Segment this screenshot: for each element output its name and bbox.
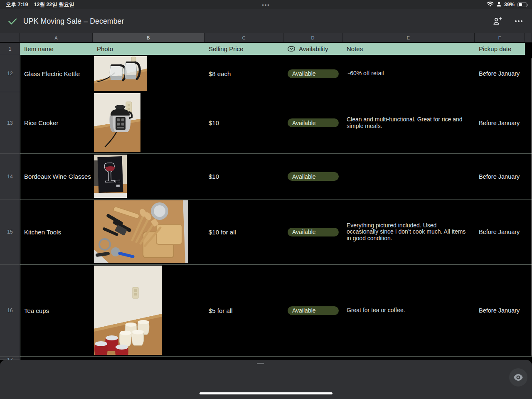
panel-drag-handle[interactable] [257,363,264,364]
row-number-15[interactable]: 15 [0,200,20,265]
cell-empty [20,357,93,360]
more-dots-icon [514,17,523,26]
cell-price[interactable]: $5 for all [204,265,283,357]
cell-empty [342,357,475,360]
table-row: 14 Bordeaux Wine Glasses [0,154,532,200]
glass-electric-kettle-photo[interactable] [94,56,147,91]
column-header-a[interactable]: A [20,33,93,43]
cell-photo[interactable] [93,154,204,200]
cell-pickup[interactable]: Before January [475,55,525,92]
table-row: 16 Tea cups [0,265,532,357]
multitasking-dots[interactable]: ••• [0,2,532,8]
cell-empty [283,357,342,360]
column-header-e[interactable]: E [342,33,475,43]
cell-item-name[interactable]: Kitchen Tools [20,200,93,265]
cell-price[interactable]: $10 [204,154,283,200]
availability-chip[interactable]: Available [288,306,339,315]
column-header-c[interactable]: C [204,33,283,43]
status-bar: 오후 7:19 12월 22일 월요일 ••• 39% [0,0,532,9]
availability-chip[interactable]: Available [288,172,339,181]
cell-availability[interactable]: Available [283,154,342,200]
column-header-row: A B C D E F [0,33,532,43]
row-number-16[interactable]: 16 [0,265,20,357]
cell-item-name[interactable]: Tea cups [20,265,93,357]
cell-empty [93,357,204,360]
cell-notes[interactable]: Clean and multi-functional. Great for ri… [342,92,475,154]
cell-availability[interactable]: Available [283,200,342,265]
kitchen-tools-photo[interactable] [94,200,188,263]
column-header-b[interactable]: B [93,33,204,43]
cell-photo[interactable] [93,265,204,357]
view-only-eye-button[interactable] [509,368,527,387]
availability-chip[interactable]: Available [288,118,339,127]
table-header-row: 1 Item name Photo Selling Price Availabi… [0,43,532,55]
table-row: 15 Kitchen Tools [0,200,532,265]
cell-item-name[interactable]: Glass Electric Kettle [20,55,93,92]
cell-pickup[interactable]: Before January [475,154,525,200]
header-overflow [525,43,532,55]
home-indicator[interactable] [200,392,332,394]
header-cell-photo[interactable]: Photo [93,43,204,55]
row-number-17[interactable]: 17 [0,357,20,360]
cell-photo[interactable] [93,92,204,154]
select-all-corner[interactable] [0,33,20,43]
cell-item-name[interactable]: Rice Cooker [20,92,93,154]
battery-icon [517,2,527,7]
table-row: 13 Rice Cooker [0,92,532,154]
cell-notes[interactable]: Great for tea or coffee. [342,265,475,357]
cell-item-name[interactable]: Bordeaux Wine Glasses [20,154,93,200]
row-number-14[interactable]: 14 [0,154,20,200]
header-cell-availability[interactable]: Availability [283,43,342,55]
cell-availability[interactable]: Available [283,92,342,154]
row-number-12[interactable]: 12 [0,55,20,92]
more-menu-button[interactable] [513,15,525,27]
document-title[interactable]: UPK Moving Sale – December [23,17,124,26]
table-row-partial: 17 [0,357,532,360]
cell-price[interactable]: $10 for all [204,200,283,265]
checkmark-icon [7,16,17,26]
availability-chip[interactable]: Available [288,228,339,236]
cell-pickup[interactable]: Before January [475,265,525,357]
column-header-overflow [525,33,532,43]
done-check-button[interactable] [7,15,18,27]
cell-notes[interactable]: Everything pictured included. Used occas… [342,200,475,265]
cell-photo[interactable] [93,200,204,265]
eye-icon [513,374,523,381]
cell-price[interactable]: $10 [204,92,283,154]
header-availability-label: Availability [299,45,328,52]
tea-cups-photo[interactable] [94,266,162,355]
cell-notes[interactable]: ~60% off retail [342,55,475,92]
row-number-13[interactable]: 13 [0,92,20,154]
cell-price[interactable]: $8 each [204,55,283,92]
row-number-1[interactable]: 1 [0,43,20,55]
cell-availability[interactable]: Available [283,265,342,357]
bordeaux-wine-glasses-photo[interactable] [94,155,127,198]
scrollbar[interactable] [531,58,532,356]
cell-photo[interactable] [93,55,204,92]
cell-pickup[interactable]: Before January [475,92,525,154]
cell-empty [475,357,525,360]
cell-empty [525,357,532,360]
cell-notes[interactable] [342,154,475,200]
header-cell-notes[interactable]: Notes [342,43,475,55]
header-cell-item-name[interactable]: Item name [20,43,93,55]
frozen-pane-divider [20,43,20,360]
header-cell-selling-price[interactable]: Selling Price [204,43,283,55]
sheets-app: 오후 7:19 12월 22일 월요일 ••• 39% UPK Moving S… [0,0,532,399]
column-header-f[interactable]: F [475,33,525,43]
share-add-person-button[interactable] [491,15,503,27]
rice-cooker-photo[interactable] [94,93,140,152]
column-header-d[interactable]: D [283,33,342,43]
cell-pickup[interactable]: Before January [475,200,525,265]
header-cell-pickup-date[interactable]: Pickup date [475,43,525,55]
person-add-icon [492,16,502,26]
table-row: 12 Glass Electric Kettle [0,55,532,92]
title-bar: UPK Moving Sale – December [0,9,532,33]
bottom-sheet-panel [0,360,532,399]
cell-empty [204,357,283,360]
cell-availability[interactable]: Available [283,55,342,92]
spreadsheet-grid: A B C D E F 1 Item name Photo Selling Pr… [0,33,532,360]
dropdown-chip-icon [288,46,295,52]
availability-chip[interactable]: Available [288,69,339,78]
